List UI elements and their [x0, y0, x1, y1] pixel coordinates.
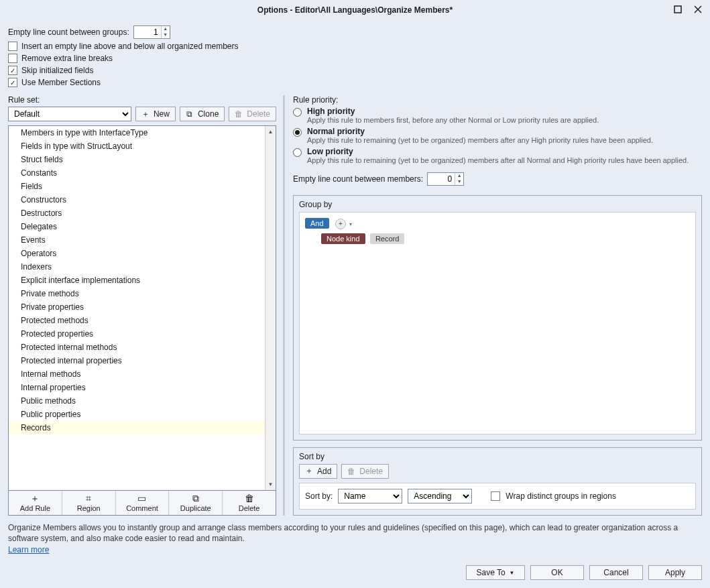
- add-sort-button[interactable]: ＋ Add: [299, 464, 337, 479]
- empty-line-members-stepper[interactable]: ▲▼: [427, 172, 464, 186]
- close-icon[interactable]: [691, 3, 705, 16]
- empty-line-groups-input[interactable]: [134, 27, 161, 38]
- list-item[interactable]: Protected internal properties: [9, 354, 265, 367]
- spin-up-icon[interactable]: ▲: [455, 173, 463, 179]
- normal-priority-radio[interactable]: [293, 128, 302, 137]
- trash-icon: 🗑: [245, 493, 254, 503]
- empty-line-members-input[interactable]: [428, 174, 455, 184]
- list-item[interactable]: Public properties: [9, 408, 265, 421]
- learn-more-link[interactable]: Learn more: [8, 545, 49, 554]
- list-item[interactable]: Explicit interface implementations: [9, 274, 265, 287]
- list-item[interactable]: Protected internal methods: [9, 341, 265, 354]
- list-item[interactable]: Members in type with InterfaceType: [9, 126, 265, 139]
- spin-up-icon[interactable]: ▲: [162, 26, 170, 32]
- apply-button[interactable]: Apply: [648, 565, 702, 580]
- ruleset-select[interactable]: Default: [8, 107, 131, 121]
- skip-initialized-label: Skip initialized fields: [21, 66, 93, 75]
- duplicate-button[interactable]: ⧉ Duplicate: [169, 491, 223, 515]
- list-item[interactable]: Fields in type with StructLayout: [9, 139, 265, 153]
- list-item[interactable]: Public methods: [9, 394, 265, 408]
- and-tag[interactable]: And: [305, 218, 329, 229]
- sort-by-title: Sort by: [299, 452, 696, 461]
- chevron-down-icon: ▼: [510, 570, 515, 576]
- delete-button[interactable]: 🗑 Delete: [223, 491, 276, 515]
- comment-button[interactable]: ▭ Comment: [116, 491, 170, 515]
- ruleset-label: Rule set:: [8, 95, 276, 105]
- plus-icon: ＋: [305, 467, 313, 475]
- maximize-icon[interactable]: [671, 3, 685, 16]
- plus-icon: ＋: [141, 110, 150, 118]
- empty-line-groups-label: Empty line count between groups:: [8, 27, 129, 37]
- region-icon: ⌗: [86, 493, 91, 503]
- list-item[interactable]: Protected methods: [9, 314, 265, 327]
- titlebar: Options - Editor\All Languages\Organize …: [0, 0, 710, 20]
- normal-priority-title: Normal priority: [307, 127, 653, 136]
- duplicate-icon: ⧉: [192, 493, 199, 503]
- comment-icon: ▭: [137, 493, 146, 503]
- low-priority-title: Low priority: [307, 147, 689, 156]
- remove-extra-breaks-checkbox[interactable]: [8, 54, 17, 63]
- chevron-down-icon[interactable]: ▾: [349, 221, 352, 227]
- region-button[interactable]: ⌗ Region: [62, 491, 116, 515]
- list-item[interactable]: Internal methods: [9, 367, 265, 381]
- group-by-title: Group by: [299, 200, 696, 209]
- wrap-regions-checkbox[interactable]: [491, 491, 500, 501]
- nodekind-tag[interactable]: Node kind: [321, 233, 365, 244]
- rules-listbox[interactable]: Members in type with InterfaceTypeFields…: [8, 125, 276, 491]
- sort-direction-select[interactable]: Ascending: [408, 489, 472, 504]
- list-item[interactable]: Constructors: [9, 193, 265, 207]
- empty-line-groups-stepper[interactable]: ▲▼: [133, 25, 170, 39]
- trash-icon: 🗑: [235, 110, 243, 118]
- high-priority-desc: Apply this rule to members first, before…: [307, 116, 599, 124]
- scroll-up-icon[interactable]: ▲: [265, 126, 276, 137]
- dialog-title: Options - Editor\All Languages\Organize …: [257, 5, 453, 15]
- sort-field-select[interactable]: Name: [338, 489, 402, 504]
- insert-empty-line-checkbox[interactable]: [8, 42, 17, 51]
- rule-priority-label: Rule priority:: [293, 95, 702, 105]
- list-item[interactable]: Constants: [9, 166, 265, 180]
- scrollbar[interactable]: ▲ ▼: [265, 126, 276, 490]
- list-item[interactable]: Delegates: [9, 220, 265, 233]
- ok-button[interactable]: OK: [530, 565, 584, 580]
- list-item[interactable]: Private methods: [9, 287, 265, 300]
- list-item[interactable]: Destructors: [9, 207, 265, 220]
- list-item[interactable]: Records: [9, 421, 265, 434]
- empty-line-members-label: Empty line count between members:: [293, 174, 423, 184]
- low-priority-desc: Apply this rule to remaining (yet to be …: [307, 156, 689, 164]
- high-priority-radio[interactable]: [293, 108, 302, 117]
- plus-icon: ＋: [30, 493, 40, 503]
- spin-down-icon[interactable]: ▼: [162, 32, 170, 38]
- remove-extra-breaks-label: Remove extra line breaks: [21, 54, 113, 63]
- save-to-button[interactable]: Save To ▼: [466, 565, 525, 580]
- skip-initialized-checkbox[interactable]: ✓: [8, 66, 17, 75]
- list-item[interactable]: Struct fields: [9, 153, 265, 166]
- list-item[interactable]: Protected properties: [9, 327, 265, 341]
- svg-rect-0: [674, 6, 681, 13]
- list-item[interactable]: Operators: [9, 247, 265, 260]
- use-member-sections-label: Use Member Sections: [21, 78, 101, 87]
- sort-by-label: Sort by:: [305, 491, 333, 501]
- spin-down-icon[interactable]: ▼: [455, 179, 463, 185]
- clone-ruleset-button[interactable]: ⧉ Clone: [180, 107, 225, 121]
- low-priority-radio[interactable]: [293, 148, 302, 157]
- add-condition-button[interactable]: +: [335, 219, 346, 229]
- insert-empty-line-label: Insert an empty line above and below all…: [21, 42, 239, 51]
- normal-priority-desc: Apply this rule to remaining (yet to be …: [307, 136, 653, 144]
- use-member-sections-checkbox[interactable]: ✓: [8, 78, 17, 87]
- scroll-down-icon[interactable]: ▼: [265, 479, 276, 490]
- high-priority-title: High priority: [307, 107, 599, 116]
- delete-ruleset-button: 🗑 Delete: [229, 107, 276, 121]
- group-by-area[interactable]: And + ▾ Node kind Record: [299, 212, 696, 434]
- list-item[interactable]: Fields: [9, 180, 265, 193]
- list-item[interactable]: Events: [9, 233, 265, 247]
- delete-sort-button: 🗑 Delete: [341, 464, 389, 479]
- new-ruleset-button[interactable]: ＋ New: [135, 107, 176, 121]
- list-item[interactable]: Internal properties: [9, 381, 265, 394]
- wrap-regions-label: Wrap distinct groups in regions: [506, 491, 616, 501]
- record-tag[interactable]: Record: [370, 233, 404, 244]
- add-rule-button[interactable]: ＋ Add Rule: [9, 491, 62, 515]
- list-item[interactable]: Indexers: [9, 260, 265, 274]
- list-item[interactable]: Private properties: [9, 300, 265, 314]
- cancel-button[interactable]: Cancel: [589, 565, 643, 580]
- clone-icon: ⧉: [186, 110, 194, 118]
